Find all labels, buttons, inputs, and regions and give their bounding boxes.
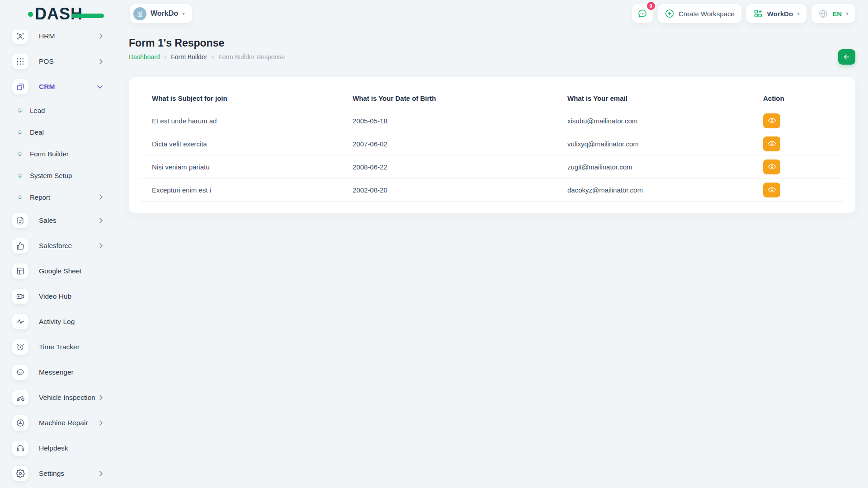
language-label: EN xyxy=(832,10,842,18)
sidebar-subitem-deal[interactable]: Deal xyxy=(0,121,118,143)
breadcrumb-form-builder-link[interactable]: Form Builder xyxy=(171,53,207,61)
workspace-selector[interactable]: WorkDo ▾ xyxy=(130,4,192,23)
notification-badge: 0 xyxy=(647,2,655,10)
bullet-icon xyxy=(17,129,23,135)
chevron-right-icon xyxy=(99,194,103,200)
back-button[interactable] xyxy=(838,49,855,65)
sidebar-item-crm[interactable]: CRM xyxy=(0,74,118,99)
table-body: Et est unde harum ad 2005-05-18 xisubu@m… xyxy=(140,109,844,202)
sidebar-item-label: Video Hub xyxy=(39,292,71,300)
sidebar-subitem-label: Lead xyxy=(30,107,45,114)
chevron-right-icon xyxy=(99,394,103,401)
sidebar-item-icon xyxy=(12,54,28,69)
sidebar-item-messenger[interactable]: Messenger xyxy=(0,360,118,385)
breadcrumb-dashboard-link[interactable]: Dashboard xyxy=(129,53,160,61)
sidebar-item-sales[interactable]: Sales xyxy=(0,208,118,233)
sidebar-item-label: Settings xyxy=(39,469,64,478)
sidebar-item-label: Google Sheet xyxy=(39,267,82,275)
view-response-button[interactable] xyxy=(763,160,780,174)
sidebar-subitem-lead[interactable]: Lead xyxy=(0,99,118,121)
sidebar-item-helpdesk[interactable]: Helpdesk xyxy=(0,436,118,461)
sidebar-menu: HRM POS CRM Lead Deal Form Builder Syste… xyxy=(0,30,118,486)
sidebar-item-label: Time Tracker xyxy=(39,343,80,351)
bullet-icon xyxy=(17,151,23,156)
sidebar-item-icon xyxy=(12,30,28,44)
sidebar-item-activity-log[interactable]: Activity Log xyxy=(0,309,118,334)
sidebar-subitem-form-builder[interactable]: Form Builder xyxy=(0,143,118,164)
table-row: Et est unde harum ad 2005-05-18 xisubu@m… xyxy=(140,109,844,132)
column-header-dob: What is Your Date of Birth xyxy=(340,87,555,109)
sidebar-item-label: HRM xyxy=(39,32,55,40)
building-icon xyxy=(133,7,146,20)
sidebar-subitem-label: Report xyxy=(30,193,50,201)
view-response-button[interactable] xyxy=(763,183,780,197)
sidebar-item-icon xyxy=(12,213,28,228)
workspace-dropdown-label: WorkDo xyxy=(767,10,793,18)
sidebar-subitem-system-setup[interactable]: System Setup xyxy=(0,164,118,186)
cell-email: vulixyq@mailinator.com xyxy=(555,132,751,155)
sidebar-subitem-label: System Setup xyxy=(30,172,72,179)
view-response-button[interactable] xyxy=(763,136,780,151)
cell-dob: 2005-05-18 xyxy=(340,109,555,132)
cell-subject: Et est unde harum ad xyxy=(140,109,340,132)
eye-icon xyxy=(768,163,776,170)
cell-dob: 2008-06-22 xyxy=(340,155,555,178)
sidebar-item-icon xyxy=(12,441,28,456)
cell-action xyxy=(751,155,844,178)
workspace-dropdown[interactable]: WorkDo ▾ xyxy=(746,4,807,23)
bullet-icon xyxy=(17,173,23,178)
sidebar-subitem-label: Deal xyxy=(30,128,44,136)
sidebar-item-icon xyxy=(12,415,28,431)
sidebar-item-hrm[interactable]: HRM xyxy=(0,30,118,49)
sidebar-item-video-hub[interactable]: Video Hub xyxy=(0,284,118,309)
sidebar-item-pos[interactable]: POS xyxy=(0,49,118,74)
table-row: Excepturi enim est i 2002-08-20 dacokyz@… xyxy=(140,178,844,202)
cell-dob: 2002-08-20 xyxy=(340,178,555,202)
sidebar-item-icon xyxy=(12,390,28,405)
sidebar-item-label: Vehicle Inspection xyxy=(39,394,95,402)
topbar: DASH WorkDo ▾ 0 xyxy=(0,0,868,27)
sidebar-item-icon xyxy=(12,79,28,94)
cell-email: dacokyz@mailinator.com xyxy=(555,178,751,202)
sidebar-item-icon xyxy=(12,289,28,304)
chevron-right-icon xyxy=(99,33,103,39)
sidebar-item-settings[interactable]: Settings xyxy=(0,461,118,486)
create-workspace-label: Create Workspace xyxy=(679,10,735,18)
globe-icon xyxy=(818,9,828,19)
main-content: Form 1's Response Dashboard › Form Build… xyxy=(129,27,855,213)
chat-bubble-icon xyxy=(637,8,648,19)
grid-add-icon xyxy=(753,9,763,19)
column-header-subject: What is Subject for join xyxy=(140,87,340,109)
sidebar-item-machine-repair[interactable]: Machine Repair xyxy=(0,410,118,436)
chevron-down-icon: ▾ xyxy=(846,10,849,17)
table-row: Dicta velit exercita 2007-06-02 vulixyq@… xyxy=(140,132,844,155)
workspace-name: WorkDo xyxy=(151,9,178,18)
cell-action xyxy=(751,109,844,132)
logo-dash-bar xyxy=(71,14,104,18)
sidebar-item-label: Machine Repair xyxy=(39,419,88,427)
sidebar-item-time-tracker[interactable]: Time Tracker xyxy=(0,334,118,360)
sidebar-item-icon xyxy=(12,365,28,380)
column-header-action: Action xyxy=(751,87,844,109)
sidebar-item-icon xyxy=(12,238,28,253)
plus-circle-icon xyxy=(665,9,675,19)
sidebar-subitem-report[interactable]: Report xyxy=(0,186,118,208)
language-selector[interactable]: EN ▾ xyxy=(811,4,855,23)
sidebar-item-label: CRM xyxy=(39,83,55,91)
view-response-button[interactable] xyxy=(763,113,780,128)
sidebar-item-label: Sales xyxy=(39,216,57,225)
sidebar-item-label: Activity Log xyxy=(39,318,75,326)
chat-button[interactable]: 0 xyxy=(632,4,653,23)
chevron-right-icon xyxy=(99,217,103,224)
create-workspace-button[interactable]: Create Workspace xyxy=(658,4,741,23)
sidebar-item-google-sheet[interactable]: Google Sheet xyxy=(0,258,118,284)
sidebar-subitem-label: Form Builder xyxy=(30,150,69,158)
sidebar-item-vehicle-inspection[interactable]: Vehicle Inspection xyxy=(0,385,118,410)
sidebar-item-salesforce[interactable]: Salesforce xyxy=(0,233,118,258)
chevron-right-icon xyxy=(99,58,103,65)
chevron-down-icon xyxy=(97,85,103,89)
responses-table: What is Subject for join What is Your Da… xyxy=(140,87,844,202)
table-header-row: What is Subject for join What is Your Da… xyxy=(140,87,844,109)
responses-card: What is Subject for join What is Your Da… xyxy=(129,77,855,213)
sidebar-item-icon xyxy=(12,263,28,279)
